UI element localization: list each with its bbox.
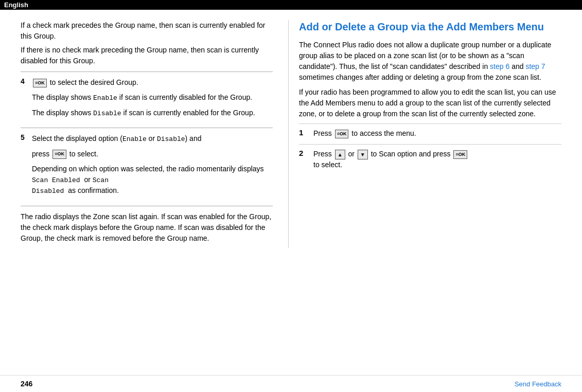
right-step-2-or: or — [348, 150, 354, 158]
intro-para-1: If a check mark precedes the Group name,… — [21, 20, 273, 42]
step-5-line2: press ≡OK to select. — [32, 149, 273, 159]
step-5-line1: Select the displayed option (Enable or D… — [32, 133, 273, 145]
intro-para-2: If there is no check mark preceding the … — [21, 45, 273, 66]
step-5-or-text: or — [84, 175, 90, 184]
step6-link[interactable]: step 6 — [490, 62, 509, 70]
right-para-1-and-text: and — [512, 62, 523, 70]
divider-3 — [21, 206, 273, 206]
divider-2 — [21, 128, 273, 128]
right-step-1-number: 1 — [299, 128, 313, 137]
step-5-disable-mono: Disable — [157, 135, 185, 143]
step-5-line1-pre: Select the displayed option ( — [32, 134, 122, 142]
down-arrow-icon: ▼ — [358, 150, 368, 159]
right-step-1-pre: Press — [313, 129, 332, 137]
language-bar: English — [0, 0, 582, 10]
divider-1 — [21, 72, 273, 72]
ok-button-icon-right-step1: ≡OK — [335, 130, 349, 139]
step-4-line1-text: to select the desired Group. — [50, 78, 138, 86]
step-5-line3: Depending on which option was selected, … — [32, 164, 273, 197]
step-5-enable-mono: Enable — [122, 135, 147, 143]
page-number: 246 — [21, 380, 32, 388]
step-4-row: 4 ≡OK to select the desired Group. The d… — [21, 77, 273, 122]
step-4-content: ≡OK to select the desired Group. The dis… — [32, 77, 273, 122]
section-heading-text: Add or Delete a Group via the Add Member… — [299, 21, 544, 32]
right-step-2-number: 2 — [299, 149, 313, 157]
step-4-enable-mono: Enable — [93, 94, 117, 102]
step-4-line2: The display shows Enable if scan is curr… — [32, 92, 273, 103]
section-heading: Add or Delete a Group via the Add Member… — [299, 20, 561, 33]
up-arrow-icon: ▲ — [335, 150, 345, 159]
step-4-line2-post: if scan is currently disabled for the Gr… — [119, 93, 252, 101]
send-feedback-link[interactable]: Send Feedback — [515, 380, 561, 388]
step-5-row: 5 Select the displayed option (Enable or… — [21, 133, 273, 201]
ok-button-icon-right-step2: ≡OK — [453, 150, 467, 159]
step-5-content: Select the displayed option (Enable or D… — [32, 133, 273, 201]
ok-button-icon-step4: ≡OK — [33, 79, 47, 88]
step-4-line3-pre: The display shows — [32, 109, 91, 117]
step-4-line3: The display shows Disable if scan is cur… — [32, 108, 273, 119]
right-step-2-row: 2 Press ▲ or ▼ to Scan option and press … — [299, 144, 561, 170]
right-step-2-post: to Scan option and press — [371, 150, 451, 158]
step-5-line1-post: ) and — [185, 134, 202, 142]
step-5-line1-or: or — [147, 134, 157, 142]
right-para-2: If your radio has been programmed to all… — [299, 87, 561, 119]
step-5-number: 5 — [21, 133, 32, 141]
right-step-2-content: Press ▲ or ▼ to Scan option and press ≡O… — [313, 149, 561, 170]
intro-block: If a check mark precedes the Group name,… — [21, 20, 273, 66]
language-label: English — [4, 1, 28, 9]
step-4-line2-pre: The display shows — [32, 93, 91, 101]
right-step-1-post: to access the menu. — [351, 129, 416, 137]
step-4-line1: ≡OK to select the desired Group. — [32, 77, 273, 88]
ok-button-icon-step5: ≡OK — [52, 150, 66, 159]
step-5-line3-pre: Depending on which option was selected, … — [32, 165, 264, 173]
left-footer-para: The radio displays the Zone scan list ag… — [21, 211, 273, 244]
step-5-press-text: press — [32, 150, 49, 158]
bottom-bar: 246 Send Feedback — [0, 375, 582, 392]
left-column: If a check mark precedes the Group name,… — [21, 20, 273, 248]
step-5-scan-enabled-mono: Scan Enabled — [32, 176, 84, 184]
right-step-2-end: to select. — [313, 161, 342, 169]
step-4-number: 4 — [21, 77, 32, 85]
step-4-disable-mono: Disable — [93, 110, 121, 117]
step-5-select-text: to select. — [69, 150, 98, 158]
right-step-1-content: Press ≡OK to access the menu. — [313, 128, 561, 139]
main-content: If a check mark precedes the Group name,… — [0, 10, 582, 258]
step-4-line3-post: if scan is currently enabled for the Gro… — [124, 109, 255, 117]
step7-link[interactable]: step 7 — [525, 62, 545, 70]
right-para-1: The Connect Plus radio does not allow a … — [299, 40, 561, 83]
right-para-1-end: sometimes changes after adding or deleti… — [299, 73, 541, 81]
right-step-1-row: 1 Press ≡OK to access the menu. — [299, 123, 561, 139]
right-step-2-pre: Press — [313, 150, 332, 158]
right-column: Add or Delete a Group via the Add Member… — [288, 20, 561, 248]
step-5-line3-post: as confirmation. — [68, 186, 119, 194]
